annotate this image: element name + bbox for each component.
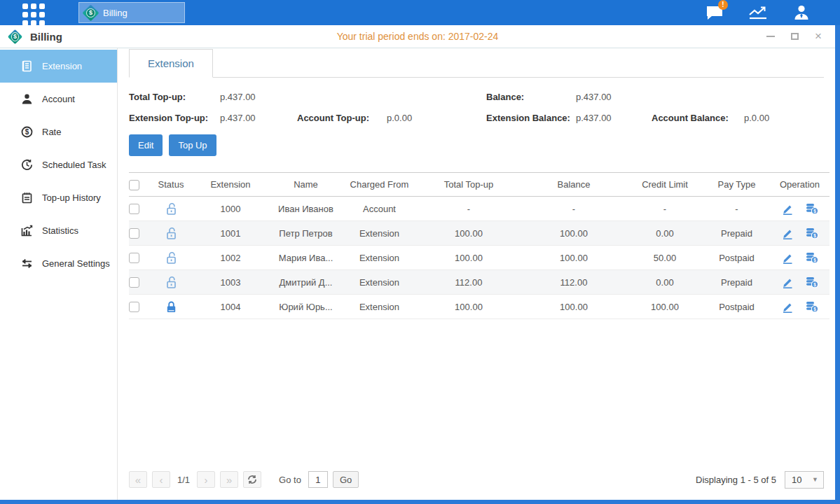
sidebar-item-account[interactable]: Account (0, 83, 117, 115)
minimize-button[interactable] (765, 31, 776, 42)
top-up-coins-icon[interactable]: $ (805, 202, 819, 215)
cell-total-topup: 100.00 (416, 246, 521, 270)
cell-credit-limit: 0.00 (626, 270, 703, 295)
col-balance: Balance (521, 173, 626, 197)
cell-name: Мария Ива... (269, 246, 343, 270)
edit-icon[interactable] (781, 300, 794, 313)
last-page-button[interactable]: » (220, 471, 238, 488)
maximize-button[interactable] (789, 31, 800, 42)
sidebar-item-label: Extension (42, 61, 82, 71)
top-up-coins-icon[interactable]: $ (805, 300, 819, 313)
cell-credit-limit: 100.00 (626, 295, 703, 319)
status-lock-icon (165, 300, 177, 311)
sidebar-item-label: Rate (42, 127, 61, 137)
sidebar-item-scheduled-task[interactable]: Scheduled Task (0, 148, 117, 181)
apps-grid-icon[interactable] (22, 4, 50, 22)
extension-topup-value: p.437.00 (220, 113, 297, 123)
first-page-button[interactable]: « (129, 471, 147, 488)
cell-total-topup: 100.00 (416, 295, 521, 319)
taskbar-tab-label: Billing (103, 8, 128, 18)
row-checkbox[interactable] (129, 228, 139, 239)
action-buttons: Edit Top Up (129, 134, 824, 156)
chat-icon[interactable]: ! (704, 4, 725, 22)
row-checkbox[interactable] (129, 204, 139, 214)
sidebar-item-label: General Settings (42, 258, 110, 269)
cell-credit-limit: - (626, 197, 703, 221)
tab-label: Extension (148, 57, 194, 69)
sidebar-item-topup-history[interactable]: Top-up History (0, 181, 117, 214)
sidebar-item-label: Top-up History (42, 192, 101, 203)
svg-text:$: $ (813, 258, 816, 263)
top-up-coins-icon[interactable]: $ (805, 227, 819, 239)
account-balance-label: Account Balance: (652, 113, 744, 123)
next-page-button[interactable]: › (197, 471, 215, 488)
sidebar-item-general-settings[interactable]: General Settings (0, 247, 117, 280)
account-topup-value: p.0.00 (387, 113, 486, 123)
svg-text:$: $ (813, 307, 816, 312)
close-button[interactable]: × (813, 31, 824, 42)
edit-icon[interactable] (781, 227, 794, 239)
edit-icon[interactable] (781, 251, 794, 264)
top-up-button[interactable]: Top Up (169, 134, 216, 156)
summary-panel: Total Top-up: p.437.00 Balance: p.437.00… (129, 92, 824, 123)
cell-name: Юрий Юрь... (269, 295, 343, 319)
sidebar-item-rate[interactable]: $ Rate (0, 115, 117, 148)
billing-window: $ Billing Your trial period ends on: 201… (0, 25, 835, 500)
go-button[interactable]: Go (333, 471, 359, 488)
cell-balance: 100.00 (521, 295, 626, 319)
top-up-coins-icon[interactable]: $ (805, 251, 819, 264)
row-checkbox[interactable] (129, 302, 139, 312)
row-checkbox[interactable] (129, 277, 139, 288)
col-charged-from: Charged From (343, 173, 416, 197)
cell-credit-limit: 0.00 (626, 221, 703, 246)
extension-balance-label: Extension Balance: (486, 113, 576, 123)
go-to-input[interactable] (308, 471, 328, 488)
go-to-label: Go to (279, 475, 301, 485)
billing-app-icon: $ (82, 4, 99, 21)
taskbar-tab-billing[interactable]: $ Billing (78, 2, 185, 23)
cell-name: Иван Иванов (269, 197, 343, 221)
prev-page-button[interactable]: ‹ (152, 471, 170, 488)
page-size-select[interactable]: 10 ▼ (785, 471, 824, 489)
cell-extension: 1003 (192, 270, 269, 295)
stats-icon (21, 225, 33, 237)
refresh-icon[interactable] (243, 471, 261, 488)
select-all-checkbox[interactable] (129, 180, 139, 190)
displaying-text: Displaying 1 - 5 of 5 (696, 475, 776, 485)
tab-extension[interactable]: Extension (129, 49, 213, 78)
table-row: 1001Петр ПетровExtension100.00100.000.00… (129, 221, 829, 246)
cell-charged-from: Extension (343, 295, 416, 319)
account-balance-value: p.0.00 (744, 113, 824, 123)
table-row: 1002Мария Ива...Extension100.00100.0050.… (129, 246, 829, 270)
status-lock-icon (165, 227, 177, 237)
sidebar-item-extension[interactable]: Extension (0, 50, 117, 83)
user-icon[interactable] (791, 4, 812, 22)
cell-extension: 1001 (192, 221, 269, 246)
cell-charged-from: Extension (343, 246, 416, 270)
cell-credit-limit: 50.00 (626, 246, 703, 270)
cell-balance: - (521, 197, 626, 221)
edit-icon[interactable] (781, 276, 794, 288)
col-name: Name (269, 173, 343, 197)
extension-table: Status Extension Name Charged From Total… (129, 172, 829, 319)
ledger-icon (21, 60, 33, 72)
top-up-coins-icon[interactable]: $ (805, 276, 819, 288)
cell-pay-type: Prepaid (703, 221, 770, 246)
edit-button[interactable]: Edit (129, 134, 163, 156)
col-credit-limit: Credit Limit (626, 173, 703, 197)
notepad-icon (21, 192, 33, 204)
sidebar: Extension Account $ Rate (0, 48, 118, 500)
page-size-value: 10 (785, 475, 812, 485)
svg-text:$: $ (813, 282, 816, 288)
cell-charged-from: Account (343, 197, 416, 221)
balance-value: p.437.00 (576, 92, 652, 102)
edit-icon[interactable] (781, 202, 794, 215)
row-checkbox[interactable] (129, 253, 139, 263)
sidebar-item-label: Account (42, 94, 75, 104)
sidebar-item-statistics[interactable]: Statistics (0, 214, 117, 247)
chart-icon[interactable] (748, 4, 769, 22)
sidebar-item-label: Scheduled Task (42, 160, 106, 170)
col-status: Status (150, 173, 192, 197)
cell-pay-type: Postpaid (703, 295, 770, 319)
svg-text:$: $ (813, 209, 816, 214)
